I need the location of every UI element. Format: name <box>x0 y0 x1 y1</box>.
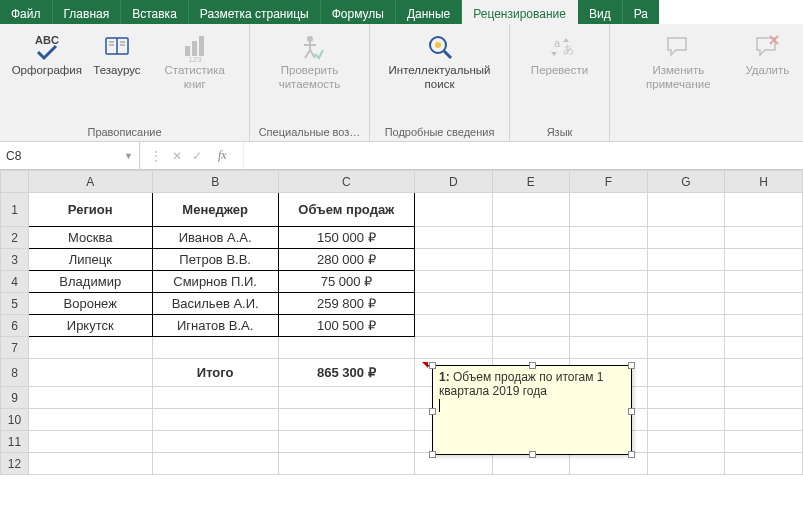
cell[interactable] <box>278 387 414 409</box>
cell[interactable] <box>414 337 492 359</box>
select-all-corner[interactable] <box>1 171 29 193</box>
row-header[interactable]: 4 <box>1 271 29 293</box>
row-header[interactable]: 8 <box>1 359 29 387</box>
cell[interactable]: 259 800 ₽ <box>278 293 414 315</box>
tab-file[interactable]: Файл <box>0 0 53 24</box>
row-header[interactable]: 3 <box>1 249 29 271</box>
tab-formulas[interactable]: Формулы <box>321 0 396 24</box>
edit-comment-button[interactable]: Изменить примечание <box>616 28 741 94</box>
col-header-D[interactable]: D <box>414 171 492 193</box>
cell[interactable] <box>725 193 803 227</box>
cell[interactable] <box>570 227 647 249</box>
cell[interactable]: Иванов А.А. <box>152 227 278 249</box>
cell[interactable] <box>647 337 725 359</box>
row-header[interactable]: 10 <box>1 409 29 431</box>
row-header[interactable]: 5 <box>1 293 29 315</box>
cell[interactable] <box>570 193 647 227</box>
cell[interactable] <box>414 227 492 249</box>
cell[interactable] <box>414 193 492 227</box>
cell[interactable] <box>29 337 153 359</box>
cell[interactable] <box>492 249 570 271</box>
cell[interactable] <box>414 271 492 293</box>
row-header[interactable]: 6 <box>1 315 29 337</box>
cell[interactable]: 100 500 ₽ <box>278 315 414 337</box>
row-header[interactable]: 9 <box>1 387 29 409</box>
cell[interactable] <box>492 293 570 315</box>
cell[interactable] <box>492 315 570 337</box>
cell[interactable]: Итого <box>152 359 278 387</box>
cell[interactable] <box>725 271 803 293</box>
cell[interactable]: Игнатов В.А. <box>152 315 278 337</box>
cell[interactable] <box>647 453 725 475</box>
cell[interactable] <box>278 453 414 475</box>
cell[interactable] <box>725 409 803 431</box>
cell[interactable]: Петров В.В. <box>152 249 278 271</box>
cell[interactable] <box>725 249 803 271</box>
cell[interactable]: Васильев А.И. <box>152 293 278 315</box>
cell[interactable]: Объем продаж <box>278 193 414 227</box>
cell[interactable] <box>647 359 725 387</box>
cell[interactable]: 75 000 ₽ <box>278 271 414 293</box>
translate-button[interactable]: aあ Перевести <box>525 28 594 80</box>
row-header[interactable]: 7 <box>1 337 29 359</box>
cell[interactable] <box>278 409 414 431</box>
row-header[interactable]: 11 <box>1 431 29 453</box>
cell[interactable] <box>29 409 153 431</box>
cell[interactable] <box>152 431 278 453</box>
cell[interactable] <box>647 249 725 271</box>
col-header-E[interactable]: E <box>492 171 570 193</box>
cell[interactable] <box>29 387 153 409</box>
row-header[interactable]: 2 <box>1 227 29 249</box>
worksheet[interactable]: A B C D E F G H 1 Регион Менеджер Объем … <box>0 170 803 475</box>
cell[interactable]: Смирнов П.И. <box>152 271 278 293</box>
cell[interactable] <box>414 249 492 271</box>
cell[interactable] <box>492 271 570 293</box>
cell[interactable] <box>278 337 414 359</box>
cell[interactable] <box>725 315 803 337</box>
cell[interactable] <box>152 453 278 475</box>
cell[interactable] <box>570 453 647 475</box>
row-header[interactable]: 1 <box>1 193 29 227</box>
cell[interactable] <box>647 431 725 453</box>
cell[interactable] <box>570 293 647 315</box>
cell[interactable] <box>725 227 803 249</box>
name-box[interactable]: C8 ▼ <box>0 142 140 169</box>
cell[interactable] <box>570 337 647 359</box>
cell[interactable]: Липецк <box>29 249 153 271</box>
cell[interactable] <box>152 387 278 409</box>
cell[interactable] <box>570 315 647 337</box>
cell[interactable] <box>725 431 803 453</box>
cell[interactable] <box>29 453 153 475</box>
formula-enter-icon[interactable]: ✓ <box>192 149 202 163</box>
cell[interactable] <box>647 193 725 227</box>
cell[interactable] <box>152 409 278 431</box>
cell[interactable] <box>29 431 153 453</box>
smart-lookup-button[interactable]: Интеллектуальный поиск <box>376 28 503 94</box>
cell[interactable]: Москва <box>29 227 153 249</box>
cell[interactable]: Владимир <box>29 271 153 293</box>
cell[interactable]: 280 000 ₽ <box>278 249 414 271</box>
cell[interactable] <box>152 337 278 359</box>
delete-comment-button[interactable]: Удалить <box>741 28 794 80</box>
cell[interactable] <box>725 453 803 475</box>
tab-view[interactable]: Вид <box>578 0 623 24</box>
cell[interactable] <box>278 431 414 453</box>
cell[interactable] <box>725 337 803 359</box>
tab-review[interactable]: Рецензирование <box>462 0 578 24</box>
cell[interactable] <box>725 293 803 315</box>
cell[interactable] <box>647 227 725 249</box>
tab-cut[interactable]: Ра <box>623 0 659 24</box>
cell[interactable] <box>492 337 570 359</box>
cell[interactable]: Воронеж <box>29 293 153 315</box>
formula-input[interactable] <box>244 142 803 169</box>
row-header[interactable]: 12 <box>1 453 29 475</box>
formula-fill-icon[interactable]: ⋮ <box>150 149 162 163</box>
cell[interactable] <box>492 193 570 227</box>
tab-home[interactable]: Главная <box>53 0 122 24</box>
col-header-C[interactable]: C <box>278 171 414 193</box>
thesaurus-button[interactable]: Тезаурус <box>88 28 147 80</box>
cell[interactable] <box>647 293 725 315</box>
formula-cancel-icon[interactable]: ✕ <box>172 149 182 163</box>
col-header-A[interactable]: A <box>29 171 153 193</box>
spelling-button[interactable]: ABC Орфография <box>6 28 88 80</box>
